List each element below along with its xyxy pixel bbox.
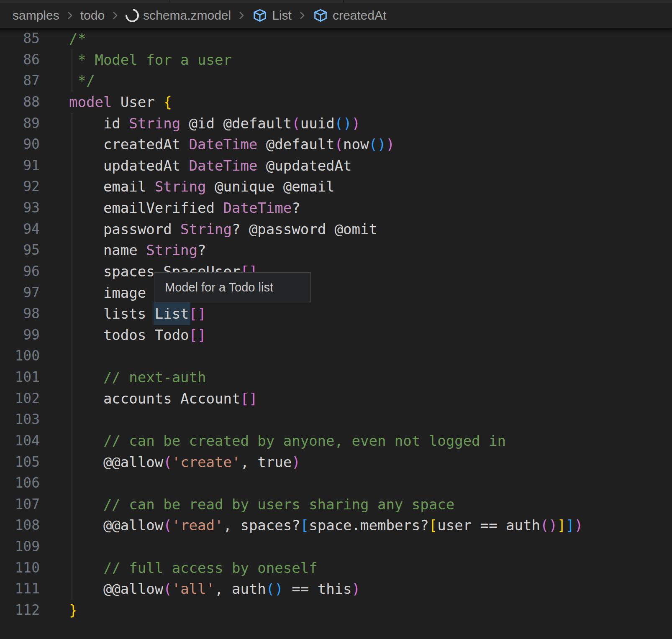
- code-line-88[interactable]: 88model User {: [0, 92, 672, 113]
- code-line-98[interactable]: 98 lists List[]: [0, 303, 672, 325]
- token: ]: [566, 517, 574, 534]
- token: emailVerified: [69, 199, 223, 216]
- code-line-85[interactable]: 85/*: [0, 28, 672, 49]
- indent-guide: [72, 113, 72, 600]
- code-line-97[interactable]: 97 image: [0, 282, 672, 304]
- line-number: 109: [0, 536, 40, 557]
- line-number: 96: [0, 261, 40, 282]
- code-line-87[interactable]: 87 */: [0, 70, 672, 92]
- token: 'all': [172, 580, 215, 597]
- code-line-104[interactable]: 104 // can be created by anyone, even no…: [0, 430, 672, 452]
- token: now: [343, 136, 369, 153]
- line-number: 93: [0, 197, 40, 219]
- line-number: 97: [0, 282, 40, 304]
- code-line-111[interactable]: 111 @@allow('all', auth() == this): [0, 578, 672, 600]
- token: (: [292, 115, 300, 132]
- code-line-91[interactable]: 91 updatedAt DateTime @updatedAt: [0, 155, 672, 176]
- token: DateTime: [189, 157, 258, 174]
- code-line-110[interactable]: 110 // full access by oneself: [0, 557, 672, 579]
- line-content: createdAt DateTime @default(now()): [69, 134, 395, 155]
- line-content: id String @id @default(uuid()): [69, 113, 360, 134]
- code-line-107[interactable]: 107 // can be read by users sharing any …: [0, 494, 672, 515]
- line-number: 92: [0, 176, 40, 197]
- line-content: /*: [69, 28, 86, 49]
- token: @@allow: [69, 454, 163, 470]
- token: /*: [69, 30, 86, 47]
- breadcrumb-chevron-icon: [64, 10, 75, 21]
- line-content: accounts Account[]: [69, 388, 257, 409]
- token: (): [335, 115, 352, 132]
- code-line-95[interactable]: 95 name String?: [0, 240, 672, 261]
- token: {: [163, 94, 172, 110]
- code-line-99[interactable]: 99 todos Todo[]: [0, 325, 672, 346]
- line-number: 85: [0, 28, 40, 49]
- line-number: 91: [0, 155, 40, 176]
- code-line-103[interactable]: 103: [0, 409, 672, 430]
- line-number: 104: [0, 430, 40, 452]
- code-line-106[interactable]: 106: [0, 473, 672, 494]
- line-content: // can be created by anyone, even not lo…: [69, 430, 506, 452]
- token: // full access by oneself: [69, 560, 318, 576]
- code-line-93[interactable]: 93 emailVerified DateTime?: [0, 197, 672, 219]
- code-line-105[interactable]: 105 @@allow('create', true): [0, 452, 672, 473]
- code-line-89[interactable]: 89 id String @id @default(uuid()): [0, 113, 672, 134]
- token: @unique @email: [206, 178, 335, 195]
- breadcrumb-item-createdat[interactable]: createdAt: [313, 8, 386, 23]
- token: [: [300, 517, 309, 534]
- token: DateTime: [189, 136, 258, 153]
- line-content: @@allow('create', true): [69, 452, 300, 473]
- line-content: model User {: [69, 92, 172, 113]
- tab-separator: [343, 0, 344, 3]
- breadcrumb-item-label: schema.zmodel: [143, 8, 231, 23]
- line-number: 94: [0, 219, 40, 240]
- line-number: 112: [0, 600, 40, 621]
- token: 'create': [172, 454, 241, 470]
- code-line-94[interactable]: 94 password String? @password @omit: [0, 219, 672, 240]
- token: (): [369, 136, 386, 153]
- hover-tooltip-text: Model for a Todo list: [165, 281, 273, 294]
- code-line-100[interactable]: 100: [0, 345, 672, 367]
- token: , spaces?: [223, 517, 300, 534]
- token: ?: [292, 199, 300, 216]
- token: @@allow: [69, 517, 163, 534]
- line-number: 103: [0, 409, 40, 430]
- code-line-102[interactable]: 102 accounts Account[]: [0, 388, 672, 409]
- token: name: [69, 242, 146, 258]
- breadcrumb-item-todo[interactable]: todo: [80, 8, 105, 23]
- token: == this: [283, 580, 352, 597]
- token: * Model for a user: [69, 51, 232, 68]
- code-editor[interactable]: 85/*86 * Model for a user87 */88model Us…: [0, 28, 672, 639]
- token: String: [146, 242, 197, 258]
- line-content: email String @unique @email: [69, 176, 335, 197]
- token: todos Todo: [69, 327, 189, 343]
- token: (: [163, 454, 172, 470]
- code-line-109[interactable]: 109: [0, 536, 672, 557]
- token: , true: [240, 454, 292, 470]
- token: password: [69, 221, 180, 238]
- breadcrumb-item-label: samples: [13, 8, 59, 23]
- line-content: lists List[]: [69, 303, 206, 325]
- code-line-92[interactable]: 92 email String @unique @email: [0, 176, 672, 197]
- token: model: [69, 94, 112, 110]
- token: id: [69, 115, 129, 132]
- token: updatedAt: [69, 157, 189, 174]
- code-line-101[interactable]: 101 // next-auth: [0, 367, 672, 388]
- token: , auth: [215, 580, 266, 597]
- token: @default: [257, 136, 334, 153]
- code-line-96[interactable]: 96 spaces SpaceUser[]: [0, 261, 672, 282]
- breadcrumb-item-label: todo: [80, 8, 105, 23]
- line-number: 99: [0, 325, 40, 346]
- code-line-86[interactable]: 86 * Model for a user: [0, 49, 672, 71]
- line-number: 88: [0, 92, 40, 113]
- token: accounts Account: [69, 390, 240, 407]
- breadcrumb-item-list[interactable]: List: [252, 8, 292, 23]
- breadcrumb: samplestodoschema.zmodelListcreatedAt: [13, 8, 386, 23]
- code-line-112[interactable]: 112}: [0, 600, 672, 621]
- line-number: 102: [0, 388, 40, 409]
- line-number: 105: [0, 452, 40, 473]
- breadcrumb-item-samples[interactable]: samples: [13, 8, 59, 23]
- indent-guide: [72, 49, 72, 92]
- breadcrumb-item-schema-zmodel[interactable]: schema.zmodel: [126, 8, 231, 23]
- code-line-108[interactable]: 108 @@allow('read', spaces?[space.member…: [0, 515, 672, 536]
- code-line-90[interactable]: 90 createdAt DateTime @default(now()): [0, 134, 672, 155]
